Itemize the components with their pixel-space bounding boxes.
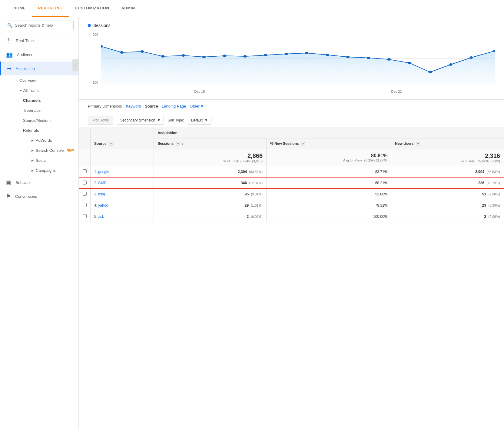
dp-2[interactable]: [141, 50, 144, 53]
conversions-label: Conversions: [15, 194, 37, 199]
th-sessions: Sessions ? ↓: [154, 138, 267, 149]
data-table: Source ? Acquisition Sessions ? ↓ % New …: [79, 128, 504, 222]
plot-rows-button[interactable]: Plot Rows: [88, 116, 113, 125]
row-0-pct-new: 83.71%: [267, 166, 391, 177]
dp-7[interactable]: [243, 55, 247, 58]
dp-17[interactable]: [449, 63, 453, 66]
total-new-users-cell: 2,316 % of Total: 75.64% (3,062): [391, 149, 504, 166]
sidebar: 🔍 ⏱ Real-Time 👥 Audience ➡ Acquisition O…: [0, 17, 79, 429]
dp-4[interactable]: [182, 54, 185, 57]
total-sessions-sub: % of Total: 73.24% (3,913): [158, 159, 263, 163]
campaigns-arrow: ▶: [31, 169, 34, 172]
dp-3[interactable]: [161, 55, 165, 58]
sub-campaigns[interactable]: ▶ Campaigns: [16, 165, 78, 175]
sidebar-collapse-button[interactable]: ‹: [72, 59, 78, 72]
dimension-source: Source: [145, 104, 158, 108]
sub-channels[interactable]: Channels: [19, 95, 78, 105]
total-new-users-sub: % of Total: 75.64% (3,062): [395, 159, 500, 163]
dp-9[interactable]: [284, 53, 288, 55]
dp-13[interactable]: [367, 57, 370, 59]
chart-container: 200 100: [88, 33, 495, 93]
sub-treemaps[interactable]: Treemaps: [19, 105, 78, 115]
row-4-source-link[interactable]: ask: [98, 215, 104, 219]
dp-10[interactable]: [305, 52, 309, 54]
dp-15[interactable]: [408, 62, 412, 64]
dp-16[interactable]: [428, 71, 432, 73]
pct-new-help-icon[interactable]: ?: [301, 142, 305, 146]
dp-12[interactable]: [346, 56, 350, 58]
sessions-chart: [101, 33, 495, 84]
chart-y-labels: 200 100: [88, 33, 100, 84]
dp-8[interactable]: [264, 54, 267, 56]
sessions-sort-arrow[interactable]: ↓: [182, 142, 183, 145]
row-1-checkbox[interactable]: [79, 177, 91, 188]
sub-adwords[interactable]: ▶ AdWords: [16, 135, 78, 145]
sidebar-item-audience[interactable]: 👥 Audience: [0, 48, 78, 62]
dp-5[interactable]: [202, 56, 206, 58]
sidebar-item-conversions[interactable]: ⚑ Conversions: [0, 189, 78, 203]
dp-6[interactable]: [223, 55, 227, 57]
search-icon: 🔍: [7, 23, 12, 28]
row-0-source-link[interactable]: google: [98, 170, 109, 174]
acquisition-submenu: Overview ▼ All Traffic Channels Treemaps…: [0, 75, 78, 175]
row-3-source-link[interactable]: yahoo: [98, 203, 108, 208]
sub-referrals[interactable]: Referrals: [19, 125, 78, 135]
dp-18[interactable]: [469, 56, 473, 59]
row-2-checkbox[interactable]: [79, 188, 91, 200]
row-2-source-link[interactable]: bing: [98, 192, 105, 196]
social-label: Social: [36, 158, 46, 163]
acquisition-label: Acquisition: [16, 66, 35, 71]
row-3-rank: 4.: [94, 203, 98, 208]
alltraffic-label: All Traffic: [23, 88, 39, 93]
chart-area-fill: [101, 46, 495, 84]
sub-search-console[interactable]: ▶ Search Console NEW: [16, 145, 78, 155]
x-label-dec15: Dec 15: [194, 90, 205, 93]
dp-1[interactable]: [120, 51, 124, 54]
row-0-sessions: 2,394 (83.53%): [154, 166, 267, 177]
secondary-dimension-dropdown[interactable]: Secondary dimension ▼: [117, 116, 164, 125]
main-content: Sessions 200 100: [79, 17, 504, 429]
controls-bar: Plot Rows Secondary dimension ▼ Sort Typ…: [79, 113, 504, 128]
campaigns-label: Campaigns: [36, 168, 56, 173]
nav-admin[interactable]: ADMIN: [115, 0, 141, 17]
y-label-100: 100: [93, 81, 98, 84]
row-3-checkbox[interactable]: [79, 200, 91, 211]
row-1-rank: 2.: [94, 181, 98, 185]
row-0-rank-source: 1. google: [91, 166, 154, 177]
row-3-new-users: 23 (0.99%): [391, 200, 504, 211]
row-3-rank-source: 4. yahoo: [91, 200, 154, 211]
sub-alltraffic[interactable]: ▼ All Traffic: [16, 85, 78, 95]
row-0-checkbox[interactable]: [79, 166, 91, 177]
dimension-label: Primary Dimension:: [88, 104, 122, 108]
nav-home[interactable]: HOME: [7, 0, 32, 17]
sessions-help-icon[interactable]: ?: [176, 142, 180, 146]
secondary-dimension-arrow: ▼: [157, 118, 161, 122]
nav-customization[interactable]: CUSTOMIZATION: [69, 0, 115, 17]
total-row: 2,866 % of Total: 73.24% (3,913) 80.81% …: [79, 149, 504, 166]
dimension-landing-page[interactable]: Landing Page: [162, 104, 186, 108]
source-help-icon[interactable]: ?: [109, 142, 113, 146]
row-4-checkbox[interactable]: [79, 211, 91, 222]
dimension-keyword[interactable]: Keyword: [126, 104, 141, 108]
dimension-other-dropdown[interactable]: Other ▼: [190, 104, 204, 108]
search-input[interactable]: [5, 21, 74, 30]
sub-source-medium[interactable]: Source/Medium: [19, 115, 78, 125]
dp-14[interactable]: [387, 58, 391, 61]
row-1-source-link[interactable]: GMB: [98, 181, 106, 185]
sidebar-item-behavior[interactable]: ▣ Behavior: [0, 175, 78, 189]
row-1-new-users: 236 (10.19%): [391, 177, 504, 188]
sub-overview[interactable]: Overview: [16, 75, 78, 85]
sort-type-label: Sort Type:: [167, 118, 184, 122]
new-users-help-icon[interactable]: ?: [416, 142, 420, 146]
nav-reporting[interactable]: REPORTING: [32, 0, 69, 17]
sub-social[interactable]: ▶ Social: [16, 155, 78, 165]
th-new-users: New Users ?: [391, 138, 504, 149]
total-checkbox-cell: [79, 149, 91, 166]
sidebar-item-acquisition[interactable]: ➡ Acquisition: [0, 62, 78, 75]
dp-11[interactable]: [326, 54, 329, 56]
sidebar-item-realtime[interactable]: ⏱ Real-Time: [0, 34, 78, 48]
sort-type-dropdown[interactable]: Default ▼: [188, 116, 211, 125]
top-navigation: HOME REPORTING CUSTOMIZATION ADMIN: [0, 0, 504, 17]
total-pct-sub: Avg for View: 78.25% (3.27%): [270, 158, 387, 162]
row-1-sessions: 346 (12.07%): [154, 177, 267, 188]
